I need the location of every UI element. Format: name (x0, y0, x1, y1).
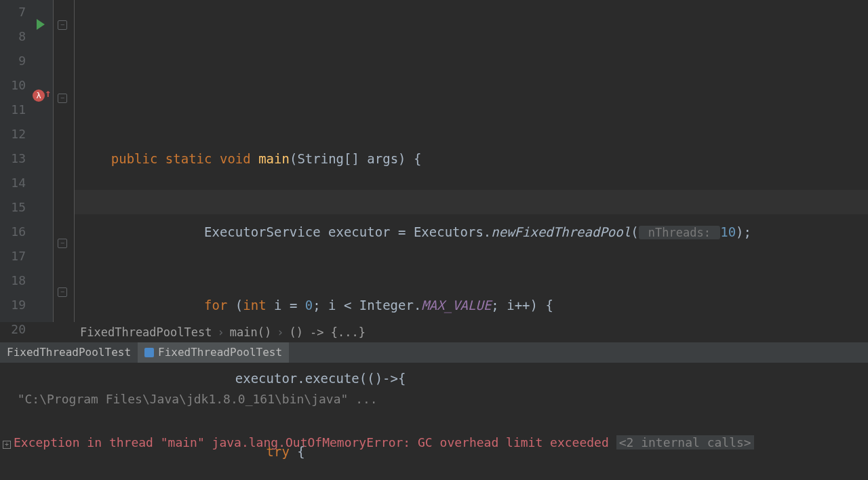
line-number: 18 (0, 268, 26, 293)
line-number: 15 (0, 195, 26, 220)
expand-icon[interactable]: + (3, 441, 11, 449)
line-number: 16 (0, 220, 26, 244)
code-line[interactable]: executor.execute(()->{ (80, 366, 868, 391)
fold-toggle-icon[interactable]: − (58, 20, 67, 30)
line-number: 12 (0, 122, 26, 146)
line-number: 13 (0, 146, 26, 171)
line-number: 17 (0, 244, 26, 268)
code-line[interactable]: public static void main(String[] args) { (80, 146, 868, 171)
code-line[interactable]: for (int i = 0; i < Integer.MAX_VALUE; i… (80, 293, 868, 317)
current-line-highlight (75, 190, 868, 214)
gutter-icons: λ ↑ (33, 0, 53, 322)
run-icon[interactable] (37, 19, 45, 30)
code-line[interactable]: try { (80, 439, 868, 464)
line-number: 7 (0, 0, 26, 24)
fold-toggle-icon[interactable]: − (58, 239, 67, 248)
line-number: 9 (0, 49, 26, 73)
lambda-breakpoint-icon[interactable]: λ (33, 89, 45, 102)
recursive-call-icon: ↑ (45, 87, 52, 100)
line-number: 14 (0, 171, 26, 195)
line-number: 19 (0, 293, 26, 317)
code-line[interactable]: ExecutorService executor = Executors.new… (80, 220, 868, 244)
run-config-icon (144, 348, 154, 357)
line-number: 11 (0, 98, 26, 122)
fold-toggle-icon[interactable]: − (58, 94, 67, 103)
code-editor[interactable]: public static void main(String[] args) {… (75, 0, 868, 322)
editor-area: 7 8 9 10 11 12 13 14 15 16 17 18 19 20 λ… (0, 0, 868, 322)
line-number: 8 (0, 24, 26, 49)
fold-toggle-icon[interactable]: − (58, 287, 67, 297)
line-number: 20 (0, 317, 26, 342)
fold-gutter: − − − − (53, 0, 75, 322)
line-number: 10 (0, 73, 26, 98)
line-number-gutter: 7 8 9 10 11 12 13 14 15 16 17 18 19 20 (0, 0, 33, 322)
